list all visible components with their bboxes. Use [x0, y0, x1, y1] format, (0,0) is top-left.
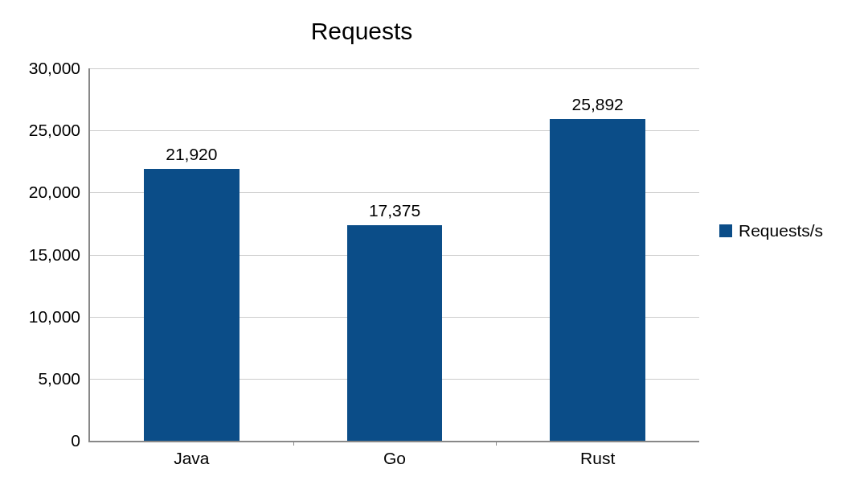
y-tick-label: 0	[71, 431, 80, 450]
x-tick-mark	[496, 441, 497, 446]
bar-value-label: 25,892	[572, 95, 624, 114]
gridline	[90, 68, 699, 69]
x-tick-mark	[293, 441, 294, 446]
chart-title: Requests	[0, 18, 723, 45]
bar-value-label: 21,920	[166, 145, 217, 164]
y-tick-label: 10,000	[29, 307, 80, 327]
y-tick-label: 15,000	[29, 245, 80, 265]
legend-label: Requests/s	[739, 221, 823, 240]
y-tick-label: 30,000	[29, 59, 80, 78]
x-tick-label: Rust	[580, 449, 615, 468]
plot-area: 05,00010,00015,00020,00025,00030,00021,9…	[88, 68, 699, 442]
legend: Requests/s	[719, 221, 823, 240]
bar-rust	[550, 119, 645, 441]
bar-value-label: 17,375	[369, 201, 420, 220]
y-tick-label: 20,000	[29, 183, 80, 202]
chart-container: Requests 05,00010,00015,00020,00025,0003…	[0, 0, 868, 489]
bar-java	[144, 169, 240, 441]
y-tick-label: 25,000	[29, 121, 80, 140]
bar-go	[347, 225, 443, 441]
legend-swatch	[719, 224, 732, 237]
x-tick-label: Go	[383, 449, 406, 468]
x-tick-label: Java	[174, 449, 209, 468]
y-tick-label: 5,000	[38, 369, 80, 388]
